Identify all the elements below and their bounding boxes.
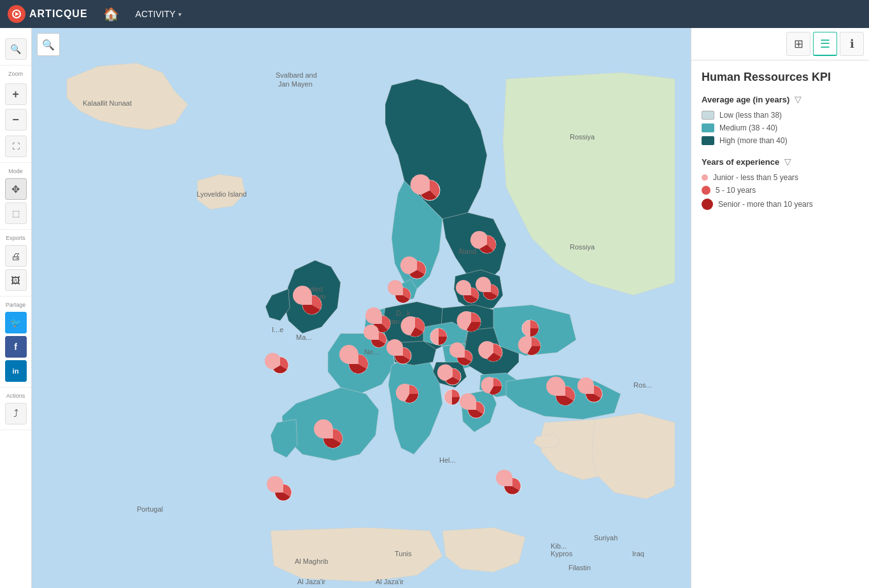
svg-marker-1 [15, 12, 19, 16]
avg-age-filter-icon[interactable]: ▽ [795, 94, 802, 104]
legend-circle-mid [702, 186, 710, 195]
fullscreen-button[interactable]: ⛶ [5, 136, 27, 157]
average-age-section: Average age (in years) ▽ Low (less than … [702, 94, 859, 145]
print-button[interactable]: 🖨 [5, 245, 27, 267]
map-area[interactable]: 🔍 [32, 28, 691, 588]
exports-section: Exports 🖨 🖼 [0, 230, 31, 297]
tab-bar: ⊞ ☰ ℹ [691, 28, 869, 60]
map-search-button[interactable]: 🔍 [37, 33, 60, 56]
legend-circle-senior [702, 199, 713, 210]
legend-label-medium: Medium (38 - 40) [719, 123, 777, 132]
legend-label-mid: 5 - 10 years [716, 186, 756, 195]
top-navigation: ARTICQUE 🏠 ACTIVITY ▾ [0, 0, 869, 28]
legend-item-high: High (more than 40) [702, 136, 859, 145]
legend-item-senior: Senior - more than 10 years [702, 199, 859, 210]
activity-menu[interactable]: ACTIVITY ▾ [136, 9, 181, 19]
logo-area: ARTICQUE [8, 5, 88, 23]
legend-item-low: Low (less than 38) [702, 111, 859, 120]
logo-text: ARTICQUE [29, 8, 88, 20]
zoom-label: Zoom [8, 71, 23, 77]
image-export-button[interactable]: 🖼 [5, 269, 27, 291]
search-button[interactable]: 🔍 [5, 38, 27, 60]
tab-info-button[interactable]: ℹ [840, 32, 864, 56]
legend-item-medium: Medium (38 - 40) [702, 123, 859, 132]
zoom-in-button[interactable]: + [5, 83, 27, 105]
legend-color-medium [702, 123, 714, 132]
avg-age-title-row: Average age (in years) ▽ [702, 94, 859, 104]
mode-move-button[interactable]: ✥ [5, 178, 27, 200]
legend-color-low [702, 111, 714, 120]
legend-label-high: High (more than 40) [719, 136, 788, 145]
legend-label-low: Low (less than 38) [719, 111, 782, 120]
actions-section: Actions ⤴ [0, 388, 31, 430]
activity-caret: ▾ [178, 11, 181, 18]
partage-label: Partage [6, 302, 26, 308]
years-exp-filter-icon[interactable]: ▽ [784, 157, 791, 167]
mode-select-button[interactable]: ⬚ [5, 202, 27, 224]
zoom-section: Zoom + − ⛶ [0, 66, 31, 163]
logo-icon [8, 5, 25, 23]
linkedin-button[interactable]: in [5, 360, 27, 382]
home-icon[interactable]: 🏠 [103, 6, 119, 22]
facebook-button[interactable]: f [5, 336, 27, 358]
legend-label-junior: Junior - less than 5 years [713, 173, 798, 182]
legend-label-senior: Senior - more than 10 years [718, 200, 813, 209]
panel-title: Human Ressources KPI [702, 71, 859, 84]
tab-list-button[interactable]: ☰ [813, 32, 837, 56]
years-exp-title-row: Years of experience ▽ [702, 157, 859, 167]
avg-age-title: Average age (in years) [702, 95, 789, 104]
legend-circle-junior [702, 174, 708, 181]
years-exp-title: Years of experience [702, 157, 779, 167]
twitter-button[interactable]: 🐦 [5, 312, 27, 333]
zoom-controls: + − [4, 80, 28, 134]
zoom-out-button[interactable]: − [5, 109, 27, 130]
panel-content: Human Ressources KPI Average age (in yea… [691, 60, 869, 588]
map-svg: Kalaallit Nunaat Svalbard and Jan Mayen … [32, 28, 691, 588]
mode-label: Mode [8, 168, 23, 174]
search-section: 🔍 [0, 33, 31, 66]
tab-stack-button[interactable]: ⊞ [786, 32, 810, 56]
actions-label: Actions [6, 393, 25, 399]
legend-item-junior: Junior - less than 5 years [702, 173, 859, 182]
mode-section: Mode ✥ ⬚ [0, 163, 31, 230]
action-export-button[interactable]: ⤴ [5, 403, 27, 424]
exports-label: Exports [6, 235, 25, 241]
legend-color-high [702, 136, 714, 145]
activity-label: ACTIVITY [136, 9, 176, 19]
left-sidebar: 🔍 Zoom + − ⛶ Mode ✥ ⬚ Exports 🖨 🖼 Partag… [0, 28, 32, 588]
legend-item-mid: 5 - 10 years [702, 186, 859, 195]
partage-section: Partage 🐦 f in [0, 297, 31, 388]
right-panel: ⊞ ☰ ℹ Human Ressources KPI Average age (… [691, 28, 869, 588]
years-exp-section: Years of experience ▽ Junior - less than… [702, 157, 859, 210]
